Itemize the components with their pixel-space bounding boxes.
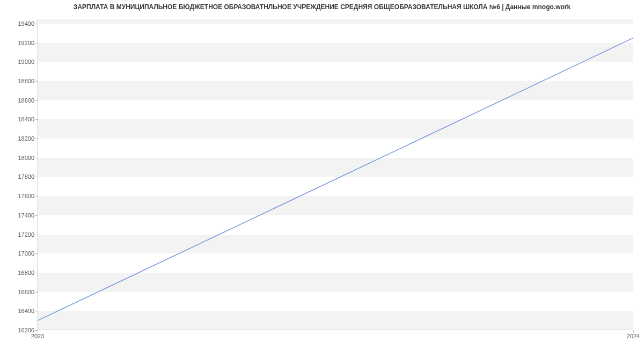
x-tick-label: 2024 <box>627 333 640 339</box>
y-tick-label: 16200 <box>2 327 34 333</box>
y-tick-mark <box>35 235 38 235</box>
y-tick-label: 17400 <box>2 212 34 219</box>
line-series <box>38 19 633 330</box>
y-tick-mark <box>35 311 38 311</box>
y-tick-label: 19000 <box>2 59 34 65</box>
chart-title: ЗАРПЛАТА В МУНИЦИПАЛЬНОЕ БЮДЖЕТНОЕ ОБРАЗ… <box>0 3 644 11</box>
y-tick-mark <box>35 43 38 43</box>
y-tick-mark <box>35 273 38 273</box>
y-tick-label: 18000 <box>2 155 34 161</box>
y-tick-mark <box>35 177 38 177</box>
y-tick-label: 16600 <box>2 289 34 295</box>
y-tick-label: 18400 <box>2 116 34 122</box>
y-tick-mark <box>35 215 38 216</box>
x-tick-label: 2023 <box>31 333 44 339</box>
y-tick-label: 16800 <box>2 270 34 276</box>
y-tick-label: 18600 <box>2 97 34 104</box>
y-tick-mark <box>35 158 38 158</box>
y-tick-label: 17800 <box>2 173 34 180</box>
y-tick-label: 17200 <box>2 231 34 238</box>
y-tick-mark <box>35 139 38 139</box>
y-tick-mark <box>35 253 38 254</box>
y-tick-label: 18800 <box>2 78 34 84</box>
y-tick-label: 17000 <box>2 250 34 257</box>
y-tick-label: 19400 <box>2 20 34 27</box>
y-tick-mark <box>35 196 38 197</box>
y-tick-mark <box>35 100 38 101</box>
y-tick-mark <box>35 292 38 293</box>
y-tick-mark <box>35 81 38 82</box>
y-tick-mark <box>35 24 38 24</box>
data-line <box>38 38 633 321</box>
y-tick-mark <box>35 62 38 62</box>
y-tick-label: 19200 <box>2 40 34 46</box>
y-tick-label: 16400 <box>2 308 34 314</box>
chart-container: ЗАРПЛАТА В МУНИЦИПАЛЬНОЕ БЮДЖЕТНОЕ ОБРАЗ… <box>0 0 644 349</box>
y-tick-mark <box>35 119 38 120</box>
plot-area <box>38 19 633 330</box>
y-tick-label: 18200 <box>2 135 34 142</box>
y-tick-label: 17600 <box>2 193 34 199</box>
